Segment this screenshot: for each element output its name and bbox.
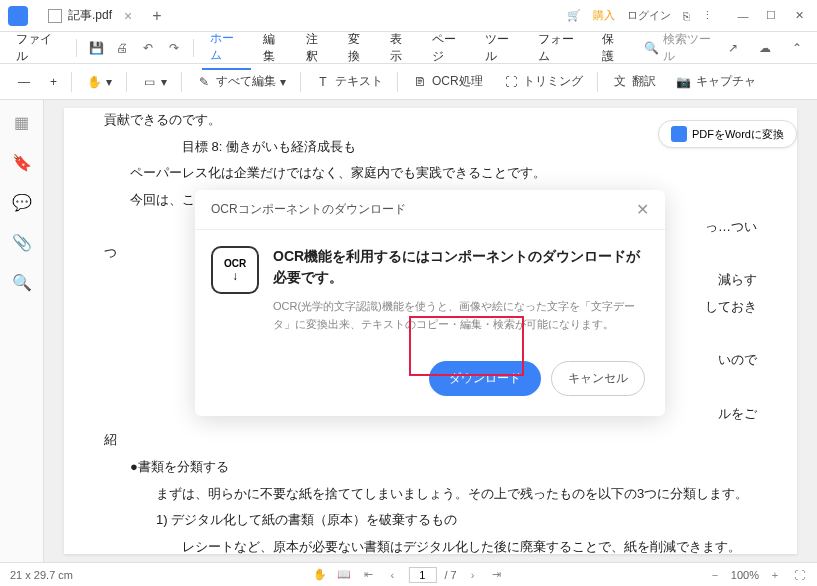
doc-icon xyxy=(48,9,62,23)
app-icon xyxy=(8,6,28,26)
buy-link[interactable]: 購入 xyxy=(593,8,615,23)
search-tool[interactable]: 🔍 検索ツール xyxy=(644,31,717,65)
modal-close-icon[interactable]: ✕ xyxy=(636,200,649,219)
tab-form[interactable]: フォーム xyxy=(530,27,590,69)
capture-button[interactable]: 📷キャプチャ xyxy=(670,69,762,94)
file-menu[interactable]: ファイル xyxy=(8,27,68,69)
search-panel-icon[interactable]: 🔍 xyxy=(12,272,32,292)
sidebar: ▦ 🔖 💬 📎 🔍 xyxy=(0,100,44,562)
ocr-button[interactable]: 🖹OCR処理 xyxy=(406,69,489,94)
pdf-to-word-badge[interactable]: PDFをWordに変換 xyxy=(658,120,797,148)
tab-tool[interactable]: ツール xyxy=(477,27,526,69)
tab-display[interactable]: 表示 xyxy=(382,27,420,69)
doc-line: 1) デジタル化して紙の書類（原本）を破棄するもの xyxy=(104,508,757,533)
minimize-button[interactable]: — xyxy=(733,6,753,26)
tab-add-icon[interactable]: + xyxy=(152,7,161,25)
chevron-up-icon[interactable]: ⌃ xyxy=(785,36,809,60)
modal-title: OCR機能を利用するにはコンポーネントのダウンロードが必要です。 xyxy=(273,246,649,288)
statusbar: 21 x 29.7 cm ✋ 📖 ⇤ ‹ / 7 › ⇥ − 100% + ⛶ xyxy=(0,562,817,586)
ocr-download-modal: OCRコンポーネントのダウンロード ✕ OCR ↓ OCR機能を利用するにはコン… xyxy=(195,190,665,416)
notification-icon[interactable]: ⎘ xyxy=(683,10,690,22)
share-icon[interactable]: ↗ xyxy=(721,36,745,60)
more-icon[interactable]: ⋮ xyxy=(702,9,713,22)
bookmark-icon[interactable]: 🔖 xyxy=(12,152,32,172)
hand-tool[interactable]: ✋▾ xyxy=(80,70,118,94)
menubar: ファイル 💾 🖨 ↶ ↷ ホーム 編集 注釈 変換 表示 ページ ツール フォー… xyxy=(0,32,817,64)
tab-annotate[interactable]: 注釈 xyxy=(298,27,336,69)
cart-icon[interactable]: 🛒 xyxy=(567,9,581,22)
first-page-icon[interactable]: ⇤ xyxy=(360,567,376,583)
doc-line: まずは、明らかに不要な紙を捨ててしまいましょう。その上で残ったものを以下の3つに… xyxy=(104,482,757,507)
tab-title: 記事.pdf xyxy=(68,7,112,24)
tab-protect[interactable]: 保護 xyxy=(594,27,632,69)
translate-button[interactable]: 文翻訳 xyxy=(606,69,662,94)
doc-line: ●書類を分類する xyxy=(104,455,757,480)
undo-icon[interactable]: ↶ xyxy=(137,36,159,60)
trimming-button[interactable]: ⛶トリミング xyxy=(497,69,589,94)
login-link[interactable]: ログイン xyxy=(627,8,671,23)
modal-header-title: OCRコンポーネントのダウンロード xyxy=(211,201,406,218)
cloud-icon[interactable]: ☁ xyxy=(753,36,777,60)
hand-mode-icon[interactable]: ✋ xyxy=(312,567,328,583)
page-number-input[interactable] xyxy=(408,567,436,583)
word-icon xyxy=(671,126,687,142)
thumbnails-icon[interactable]: ▦ xyxy=(12,112,32,132)
ocr-icon: OCR ↓ xyxy=(211,246,259,294)
prev-page-icon[interactable]: ‹ xyxy=(384,567,400,583)
download-button[interactable]: ダウンロード xyxy=(429,361,541,396)
doc-line: 紹 xyxy=(104,428,757,453)
attachment-icon[interactable]: 📎 xyxy=(12,232,32,252)
edit-all-button[interactable]: ✎すべて編集▾ xyxy=(190,69,292,94)
zoom-out-button[interactable]: — xyxy=(12,71,36,93)
tab-home[interactable]: ホーム xyxy=(202,26,251,70)
close-button[interactable]: ✕ xyxy=(789,6,809,26)
next-page-icon[interactable]: › xyxy=(465,567,481,583)
zoom-in-button[interactable]: + xyxy=(44,71,63,93)
redo-icon[interactable]: ↷ xyxy=(163,36,185,60)
zoom-in-icon[interactable]: + xyxy=(767,567,783,583)
last-page-icon[interactable]: ⇥ xyxy=(489,567,505,583)
toolbar: — + ✋▾ ▭▾ ✎すべて編集▾ Tテキスト 🖹OCR処理 ⛶トリミング 文翻… xyxy=(0,64,817,100)
search-label: 検索ツール xyxy=(663,31,717,65)
read-mode-icon[interactable]: 📖 xyxy=(336,567,352,583)
modal-description: OCR(光学的文字認識)機能を使うと、画像や絵になった文字を「文字データ」に変換… xyxy=(273,298,649,333)
save-icon[interactable]: 💾 xyxy=(85,36,107,60)
print-icon[interactable]: 🖨 xyxy=(111,36,133,60)
document-tab[interactable]: 記事.pdf × xyxy=(36,3,144,28)
zoom-level: 100% xyxy=(731,569,759,581)
comment-icon[interactable]: 💬 xyxy=(12,192,32,212)
search-icon: 🔍 xyxy=(644,41,659,55)
page-dimensions: 21 x 29.7 cm xyxy=(10,569,73,581)
tab-close-icon[interactable]: × xyxy=(124,8,132,24)
zoom-out-icon[interactable]: − xyxy=(707,567,723,583)
badge-text: PDFをWordに変換 xyxy=(692,127,784,142)
doc-line: レシートなど、原本が必要ない書類はデジタル化した後に廃棄することで、紙を削減でき… xyxy=(104,535,757,560)
text-tool[interactable]: Tテキスト xyxy=(309,69,389,94)
tab-convert[interactable]: 変換 xyxy=(340,27,378,69)
tab-edit[interactable]: 編集 xyxy=(255,27,293,69)
select-tool[interactable]: ▭▾ xyxy=(135,70,173,94)
doc-line: ペーパーレス化は企業だけではなく、家庭内でも実践できることです。 xyxy=(104,161,757,186)
page-total: / 7 xyxy=(444,569,456,581)
maximize-button[interactable]: ☐ xyxy=(761,6,781,26)
tab-page[interactable]: ページ xyxy=(424,27,473,69)
fit-page-icon[interactable]: ⛶ xyxy=(791,567,807,583)
cancel-button[interactable]: キャンセル xyxy=(551,361,645,396)
